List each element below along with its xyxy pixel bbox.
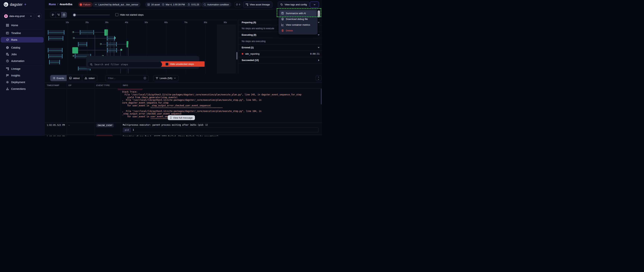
stopwatch-icon [62,13,66,16]
step-search-input[interactable] [94,63,159,66]
start-time-badge: Mar 4, 1:00:39 PM [160,2,187,7]
expand-triangle-icon[interactable] [318,59,320,61]
gantt-mode-timed-button[interactable] [61,12,67,17]
dagster-octopus-icon [3,2,8,7]
gantt-step-not-started[interactable] [78,42,87,46]
timeline-icon [6,32,9,35]
sidebar-item-insights[interactable]: Insights [1,73,44,78]
hide-unselected-label: Hide unselected steps [170,63,194,65]
sidebar-item-label: Timeline [11,32,21,35]
collapse-triangle-icon[interactable] [318,34,320,35]
sidebar-item-timeline[interactable]: Timeline [1,30,44,36]
gantt-step-not-started[interactable] [48,30,64,35]
sidebar-item-label: Jobs [11,53,17,56]
tab-label: stderr [88,77,95,80]
log-view-tabs: Events stdout stderr [50,75,97,81]
gantt-hover-column [217,24,236,73]
events-scrollbar[interactable] [321,89,322,105]
sidebar-item-catalog[interactable]: Catalog [1,45,44,50]
event-info: Multiprocess executor: parent process ex… [123,124,208,126]
sidebar-item-lineage[interactable]: Lineage [1,66,44,72]
gantt-step-not-started[interactable] [49,60,60,64]
collapse-triangle-icon[interactable] [318,22,320,23]
brand-plus: + [24,2,26,7]
gantt-step-succeeded[interactable] [72,47,78,54]
sidebar-item-home[interactable]: Home [1,22,44,28]
breadcrumb-runs-link[interactable]: Runs [49,2,56,6]
log-filter-input[interactable] [108,77,142,80]
menu-item-view-container-metrics[interactable]: View container metrics [280,22,316,28]
insights-icon [6,74,9,77]
download-circle-icon [281,18,284,20]
event-metadata-table: pid 1 [123,128,318,132]
tab-events[interactable]: Events [50,75,67,81]
row-divider [44,134,322,135]
view-full-message-button[interactable]: View full message [168,115,195,120]
badge-label: Launched by default_aut…tion_sensor [98,3,138,6]
run-actions-dropdown-button[interactable] [310,1,319,8]
gantt-vertical-scrollbar[interactable] [236,52,238,59]
gantt-mode-waterfall-button[interactable] [56,12,61,17]
clock-icon [162,3,164,6]
metadata-key: pid [123,128,131,132]
step-duration: 0:00:31 [310,53,320,55]
step-search-box [87,61,162,67]
expand-log-panel-button[interactable]: ⌃⌄ [316,75,322,81]
sidebar-item-label: Insights [11,74,20,77]
jobs-icon [6,53,9,56]
errored-step-row[interactable]: wbr_reporting 0:00:31 [238,51,322,57]
gantt-zoom-slider-thumb[interactable] [73,13,76,16]
panel-section-errored[interactable]: Errored (1) [238,45,322,51]
sidebar-item-label: Runs [11,38,17,41]
deployment-name: data-eng-prod [9,15,28,17]
view-tags-and-config-button[interactable]: View tags and config [278,1,310,8]
collapse-triangle-icon[interactable] [318,47,320,48]
gantt-mode-flat-button[interactable] [50,12,56,17]
column-header-timestamp: TIMESTAMP [47,84,59,86]
section-title: Preparing (0) [242,21,256,24]
collapse-sidebar-button[interactable] [36,13,41,19]
gantt-axis-tick: 30s [105,21,108,23]
notifications-button[interactable]: 0 [234,2,242,7]
catalog-globe-icon [6,46,9,49]
menu-item-delete[interactable]: Delete [280,28,316,33]
sidebar-item-deployment[interactable]: Deployment [1,79,44,85]
launched-by-badge[interactable]: Launched by default_aut…tion_sensor [92,2,140,7]
trash-icon [281,29,284,32]
gantt-axis-tick: 80s [204,21,207,23]
gantt-step-succeeded[interactable] [104,29,108,36]
gantt-axis-tick: 60s [164,21,168,23]
tab-stdout[interactable]: stdout [67,75,82,81]
section-title: Executing (0) [242,34,256,36]
view-asset-lineage-button[interactable]: View asset lineage [243,1,272,8]
deployment-switcher[interactable]: D data-eng-prod [2,13,34,19]
sidebar-item-runs[interactable]: Runs [1,37,44,43]
failure-icon: ! [80,3,82,6]
gantt-step-not-started[interactable] [48,54,62,58]
event-timestamp: 1:02:05.523 PM [47,124,65,127]
search-icon [90,63,92,66]
chart-line-icon [281,23,284,26]
lineage-icon [246,3,248,6]
dagster-logo[interactable]: dagster + [3,2,26,7]
tab-label: stdout [73,77,80,80]
gantt-axis-tick: 40s [125,21,128,23]
hide-not-started-checkbox[interactable] [115,13,118,16]
panel-section-succeeded[interactable]: Succeeded (12) [238,57,322,64]
clear-filter-icon[interactable] [144,77,146,80]
sidebar: dagster + D data-eng-prod Home Timeline … [0,0,44,136]
automation-condition-badge[interactable]: Automation condition [201,2,231,7]
sidebar-item-jobs[interactable]: Jobs [1,51,44,57]
tab-stderr[interactable]: stderr [82,75,97,81]
hide-unselected-checkbox[interactable] [166,63,168,66]
badge-label: Automation condition [207,3,229,6]
gantt-step-not-started[interactable] [48,48,62,52]
gantt-zoom-slider-track[interactable] [73,14,110,15]
section-title: Succeeded (12) [242,59,259,62]
sidebar-item-connections[interactable]: Connections [1,86,44,92]
gantt-axis-tick: 90s [224,21,227,23]
levels-dropdown[interactable]: Levels (5/6) [153,75,178,81]
gantt-step-not-started[interactable] [48,36,63,40]
waterfall-icon [57,13,60,16]
sidebar-item-automation[interactable]: Automation [1,58,44,64]
